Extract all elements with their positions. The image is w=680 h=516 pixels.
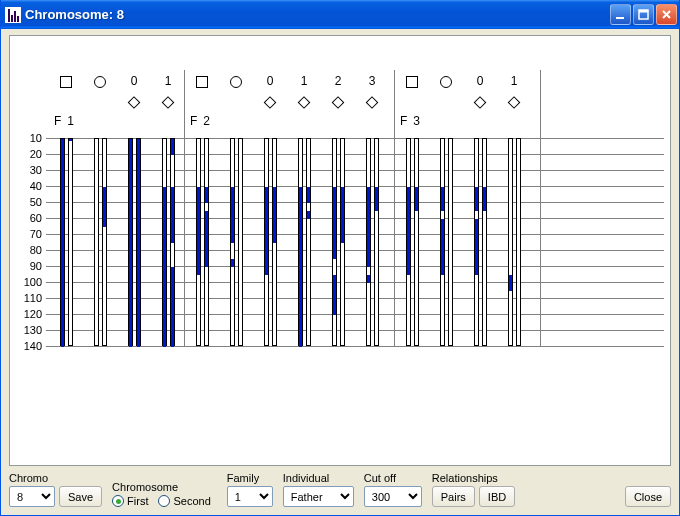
y-tick-label: 100 [18, 276, 42, 288]
chromosome-track [298, 138, 303, 346]
y-tick-label: 40 [18, 180, 42, 192]
y-tick-label: 30 [18, 164, 42, 176]
chromosome-track [102, 138, 107, 346]
chromosome-track [366, 138, 371, 346]
family-group: Family 1 [227, 472, 273, 507]
diamond-icon [508, 96, 521, 109]
ibd-segment [197, 187, 200, 275]
family-label: F1 [54, 114, 80, 128]
chromo-select[interactable]: 8 [9, 486, 55, 507]
window: Chromosome: 8 10203040506070809010011012… [0, 0, 680, 516]
chromosome-track [128, 138, 133, 346]
chromosome-track [306, 138, 311, 346]
chromosome-track [340, 138, 345, 346]
chromosome-track [516, 138, 521, 346]
ibd-segment [483, 187, 486, 211]
maximize-button[interactable] [633, 4, 654, 25]
chromosome-track [374, 138, 379, 346]
ibd-segment [129, 139, 132, 347]
cutoff-select[interactable]: 300 [364, 486, 422, 507]
chromosome-track [474, 138, 479, 346]
column-header: 1 [165, 74, 172, 88]
pairs-button[interactable]: Pairs [432, 486, 475, 507]
relationships-group: Relationships Pairs IBD [432, 472, 515, 507]
y-tick-label: 20 [18, 148, 42, 160]
column-header: 0 [477, 74, 484, 88]
ibd-button[interactable]: IBD [479, 486, 515, 507]
ibd-segment [69, 139, 72, 141]
ibd-segment [475, 219, 478, 275]
ibd-segment [171, 139, 174, 155]
chromosome-track [196, 138, 201, 346]
ibd-segment [265, 187, 268, 275]
ibd-segment [441, 187, 444, 211]
cutoff-label: Cut off [364, 472, 422, 484]
ibd-segment [367, 275, 370, 283]
chromosome-track [230, 138, 235, 346]
family-separator [394, 70, 395, 346]
close-window-button[interactable] [656, 4, 677, 25]
relationships-label: Relationships [432, 472, 515, 484]
ibd-segment [299, 187, 302, 347]
individual-group: Individual Father [283, 472, 354, 507]
ibd-segment [415, 187, 418, 211]
y-tick-label: 120 [18, 308, 42, 320]
ibd-segment [407, 187, 410, 275]
chromosome-track [332, 138, 337, 346]
minimize-button[interactable] [610, 4, 631, 25]
chromosome-track [170, 138, 175, 346]
ibd-segment [273, 187, 276, 243]
ibd-segment [103, 187, 106, 227]
window-title: Chromosome: 8 [25, 7, 610, 22]
ibd-segment [231, 187, 234, 243]
radio-dot-icon [112, 495, 124, 507]
ibd-segment [333, 187, 336, 259]
y-tick-label: 90 [18, 260, 42, 272]
y-tick-label: 140 [18, 340, 42, 352]
ibd-segment [307, 211, 310, 219]
individual-label: Individual [283, 472, 354, 484]
chromosome-track [204, 138, 209, 346]
square-icon [196, 76, 208, 88]
individual-select[interactable]: Father [283, 486, 354, 507]
diamond-icon [162, 96, 175, 109]
ibd-segment [171, 267, 174, 347]
ibd-segment [205, 187, 208, 203]
chromosome-track [238, 138, 243, 346]
app-icon [5, 7, 21, 23]
save-button[interactable]: Save [59, 486, 102, 507]
radio-first[interactable]: First [112, 495, 148, 507]
radio-second[interactable]: Second [158, 495, 210, 507]
y-tick-label: 50 [18, 196, 42, 208]
chromosome-track [440, 138, 445, 346]
ibd-segment [205, 211, 208, 267]
column-header: 2 [335, 74, 342, 88]
chromosome-track [94, 138, 99, 346]
family-label: Family [227, 472, 273, 484]
close-group: Close [625, 472, 671, 507]
ibd-segment [441, 219, 444, 275]
ibd-segment [171, 187, 174, 243]
ibd-segment [61, 139, 64, 347]
radio-first-label: First [127, 495, 148, 507]
diamond-icon [366, 96, 379, 109]
radio-dot-icon [158, 495, 170, 507]
close-button[interactable]: Close [625, 486, 671, 507]
column-header: 0 [131, 74, 138, 88]
chromo-group: Chromo 8 Save [9, 472, 102, 507]
chromosome-track [264, 138, 269, 346]
circle-icon [230, 76, 242, 88]
column-header: 3 [369, 74, 376, 88]
diamond-icon [332, 96, 345, 109]
cutoff-group: Cut off 300 [364, 472, 422, 507]
diamond-icon [474, 96, 487, 109]
circle-icon [440, 76, 452, 88]
ibd-segment [475, 187, 478, 211]
chromosome-track [272, 138, 277, 346]
window-buttons [610, 4, 677, 25]
diamond-icon [264, 96, 277, 109]
chromosome-track [406, 138, 411, 346]
chromosome-track [162, 138, 167, 346]
family-select[interactable]: 1 [227, 486, 273, 507]
ibd-segment [375, 187, 378, 211]
